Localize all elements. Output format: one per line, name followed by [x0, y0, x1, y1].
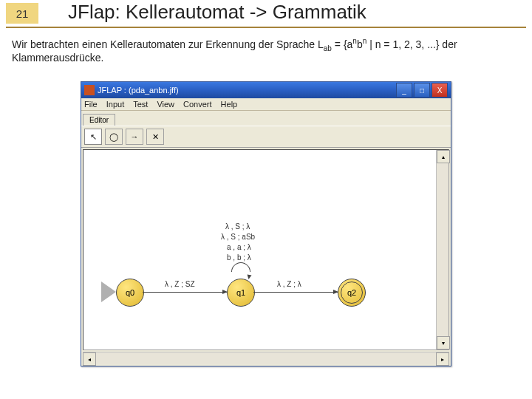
- loop-arrow-icon: [247, 275, 252, 280]
- menu-input[interactable]: Input: [106, 100, 124, 109]
- state-q2-label: q2: [347, 288, 356, 297]
- menu-convert[interactable]: Convert: [183, 100, 212, 109]
- transition-tool[interactable]: →: [126, 129, 143, 145]
- loop-label-4: b , b ; λ: [227, 253, 251, 262]
- state-q1-label: q1: [236, 288, 245, 297]
- slide-body: Wir betrachten einen Kellerautomaten zur…: [0, 34, 532, 66]
- scroll-left-icon[interactable]: ◂: [83, 352, 96, 366]
- lang-sub: ab: [324, 44, 332, 52]
- state-q0-label: q0: [126, 288, 134, 297]
- transition-q1-q2-label: λ , Z ; λ: [277, 280, 301, 288]
- jflap-window: JFLAP : (pda_anbn.jff) _ □ X File Input …: [81, 81, 451, 366]
- b-text: b: [357, 38, 363, 50]
- vertical-scrollbar[interactable]: ▴ ▾: [436, 150, 449, 349]
- menubar: File Input Test View Convert Help: [81, 98, 451, 111]
- page-title: JFlap: Kellerautomat -> Grammatik: [68, 1, 366, 24]
- delete-tool[interactable]: ✕: [146, 129, 164, 145]
- state-tool[interactable]: ◯: [105, 129, 123, 145]
- loop-label-3: a , a ; λ: [227, 243, 251, 251]
- state-q1[interactable]: q1: [227, 279, 255, 307]
- loop-label-1: λ , S ; λ: [225, 222, 250, 231]
- menu-view[interactable]: View: [157, 100, 174, 109]
- scroll-down-icon[interactable]: ▾: [437, 336, 450, 349]
- close-button[interactable]: X: [432, 83, 448, 98]
- lang-L: L: [318, 38, 324, 50]
- horizontal-scrollbar[interactable]: ◂ ▸: [83, 352, 449, 364]
- state-q0[interactable]: q0: [116, 279, 144, 307]
- state-q2[interactable]: q2: [338, 279, 366, 307]
- eq-text: = {a: [332, 38, 352, 50]
- scroll-up-icon[interactable]: ▴: [437, 150, 450, 163]
- slide-number: 21: [6, 3, 38, 24]
- transition-q1-q2[interactable]: [253, 292, 338, 293]
- titlebar[interactable]: JFLAP : (pda_anbn.jff) _ □ X: [81, 82, 451, 98]
- maximize-button[interactable]: □: [414, 83, 430, 98]
- tab-row: Editor: [81, 111, 451, 126]
- java-icon: [84, 85, 95, 95]
- menu-test[interactable]: Test: [133, 100, 148, 109]
- scroll-right-icon[interactable]: ▸: [436, 352, 449, 366]
- scroll-track-v[interactable]: [437, 163, 449, 336]
- window-title: JFLAP : (pda_anbn.jff): [98, 86, 396, 95]
- minimize-button[interactable]: _: [396, 83, 412, 98]
- initial-arrow-icon: [101, 282, 116, 302]
- toolbar: ↖ ◯ → ✕: [81, 126, 451, 148]
- canvas-area: q0 λ , Z ; SZ q1 λ , S ; λ λ , S ; aSb a…: [83, 149, 449, 350]
- loop-label-2: λ , S ; aSb: [221, 233, 255, 241]
- canvas[interactable]: q0 λ , Z ; SZ q1 λ , S ; λ λ , S ; aSb a…: [83, 150, 436, 349]
- cursor-tool[interactable]: ↖: [84, 129, 102, 145]
- body-text: Wir betrachten einen Kellerautomaten zur…: [12, 38, 318, 50]
- menu-file[interactable]: File: [84, 100, 98, 109]
- scroll-track-h[interactable]: [96, 352, 436, 364]
- transition-q0-q1-label: λ , Z ; SZ: [165, 280, 195, 288]
- menu-help[interactable]: Help: [221, 100, 238, 109]
- transition-q0-q1[interactable]: [143, 292, 227, 293]
- tab-editor[interactable]: Editor: [83, 114, 115, 126]
